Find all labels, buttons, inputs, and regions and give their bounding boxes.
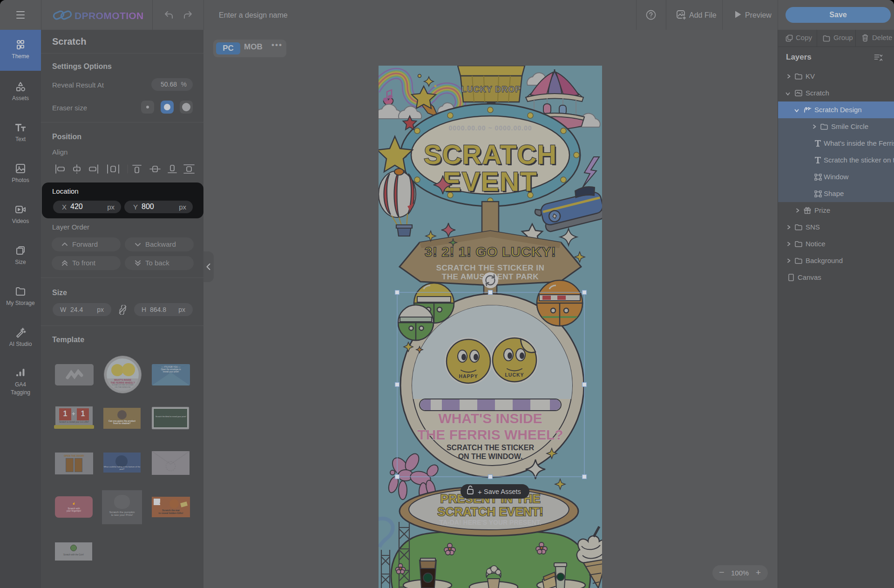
svg-text:+: +: [478, 488, 482, 496]
svg-text:Save Assets: Save Assets: [484, 488, 521, 495]
